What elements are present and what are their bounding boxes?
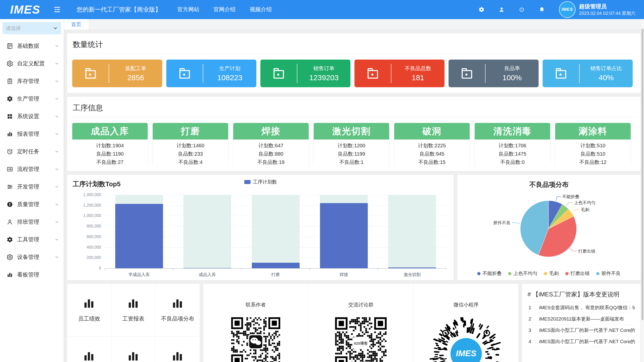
sidebar-item-系统设置[interactable]: 系统设置 bbox=[0, 108, 64, 125]
nav-link-0[interactable]: 官方网站 bbox=[177, 6, 199, 13]
legend-label: 不能折叠 bbox=[482, 270, 502, 277]
top-bar: IMES 您的新一代工厂管家【商业版】 官方网站官网介绍视频介绍 IMES 超级… bbox=[0, 0, 644, 19]
chevron-down-icon bbox=[55, 220, 59, 224]
legend-dot bbox=[596, 272, 599, 275]
sidebar-item-定时任务[interactable]: 定时任务 bbox=[0, 143, 64, 160]
bar-chart-panel: 工序计划数Top5 工序计划数 0200,000400,000600,00080… bbox=[67, 175, 454, 280]
user-block: 超级管理员 2023.02.04 02:07:44 星期六 bbox=[579, 3, 635, 16]
gear-outline-icon bbox=[7, 60, 13, 67]
chevron-down-icon bbox=[55, 97, 59, 101]
stat-card-生产计划[interactable]: 生产计划108223 bbox=[166, 60, 256, 87]
pie-legend-item-胶件不良[interactable]: 胶件不良 bbox=[596, 270, 621, 277]
pie-legend-item-毛刺[interactable]: 毛刺 bbox=[544, 270, 559, 277]
sidebar-item-看板管理[interactable]: 看板管理 bbox=[0, 266, 64, 284]
pie-leader-line bbox=[570, 248, 577, 251]
stat-label: 不良品总数 bbox=[391, 65, 445, 72]
menu-collapse-icon[interactable] bbox=[53, 6, 61, 13]
pie-legend-item-不能折叠[interactable]: 不能折叠 bbox=[477, 270, 502, 277]
legend-label: 工序计划数 bbox=[253, 179, 277, 185]
x-axis-label: 成品入库 bbox=[173, 272, 241, 278]
avatar[interactable]: IMES bbox=[559, 1, 576, 18]
report-shortcut-生产报表[interactable]: 生产报表 bbox=[111, 337, 156, 362]
process-card-成品入库: 成品入库计划数:1904良品数:1190不良品数:27 bbox=[72, 123, 148, 165]
nav-link-2[interactable]: 视频介绍 bbox=[250, 6, 272, 13]
y-axis-tick: 1,400,000 bbox=[70, 193, 101, 197]
process-stats: 计划数:1200良品数:1199不良品数:1 bbox=[314, 140, 389, 165]
process-title: 工序信息 bbox=[72, 101, 635, 117]
page-scrollbar[interactable] bbox=[641, 19, 644, 362]
qr-title: 交流讨论群 bbox=[308, 301, 413, 308]
sidebar-item-排班管理[interactable]: 排班管理 bbox=[0, 213, 64, 231]
folder-icon bbox=[449, 66, 485, 81]
bar-background-band bbox=[183, 195, 231, 268]
stat-value: 40% bbox=[580, 73, 633, 82]
changelog-num: 2 bbox=[528, 316, 539, 322]
chevron-down-icon bbox=[55, 132, 59, 136]
tab-home[interactable]: 首页 bbox=[64, 19, 89, 30]
sidebar-item-流程管理[interactable]: 流程管理 bbox=[0, 160, 64, 178]
sidebar-item-工具管理[interactable]: 工具管理 bbox=[0, 231, 64, 248]
bar-chart-legend[interactable]: 工序计划数 bbox=[244, 179, 277, 185]
report-shortcut-不良品项分布[interactable]: 不良品项分布 bbox=[155, 284, 200, 337]
chevron-down-icon bbox=[55, 79, 59, 83]
qr-code-1: 625博客 bbox=[308, 317, 413, 362]
pie-legend-item-打磨出错[interactable]: 打磨出错 bbox=[565, 270, 590, 277]
report-label: 工资报表 bbox=[122, 315, 144, 323]
svg-text:IMES: IMES bbox=[456, 349, 476, 358]
gear-solid-icon bbox=[7, 96, 13, 102]
sidebar-item-label: 系统设置 bbox=[17, 113, 55, 120]
grid-icon bbox=[7, 113, 13, 120]
gear-icon[interactable] bbox=[478, 7, 485, 13]
scrollbar-thumb[interactable] bbox=[641, 29, 643, 320]
y-axis-tick: 200,000 bbox=[70, 255, 101, 260]
sidebar-item-label: 自定义配置 bbox=[17, 60, 55, 67]
sidebar-item-库存管理[interactable]: 库存管理 bbox=[0, 72, 64, 90]
stats-panel: 数量统计 装配工单2856生产计划108223销售订单1239203不良品总数1… bbox=[67, 33, 640, 93]
nav-link-1[interactable]: 官网介绍 bbox=[213, 6, 235, 13]
report-shortcut-员工绩效[interactable]: 员工绩效 bbox=[67, 284, 111, 337]
user-icon[interactable] bbox=[499, 7, 505, 13]
legend-swatch bbox=[244, 180, 251, 184]
bar-slot bbox=[105, 195, 173, 268]
y-axis-tick: 0 bbox=[70, 266, 101, 270]
process-card-焊接: 焊接计划数:647良品数:880不良品数:19 bbox=[233, 123, 309, 165]
sidebar-item-自定义配置[interactable]: 自定义配置 bbox=[0, 55, 64, 72]
report-shortcut-工资报表[interactable]: 工资报表 bbox=[111, 284, 156, 337]
stat-value: 181 bbox=[391, 73, 445, 82]
x-axis-label: 打磨 bbox=[242, 272, 310, 278]
stat-value: 108223 bbox=[203, 73, 256, 82]
pie-leader-line bbox=[556, 197, 561, 201]
process-name: 清洗消毒 bbox=[475, 123, 550, 140]
stat-card-销售订单占比[interactable]: 销售订单占比40% bbox=[543, 60, 633, 87]
sidebar-item-生产管理[interactable]: 生产管理 bbox=[0, 90, 64, 108]
report-shortcut-不良品项汇总[interactable]: 不良品项汇总 bbox=[67, 337, 111, 362]
qr-code-2: IMESS bbox=[414, 317, 518, 362]
folder-icon bbox=[166, 66, 203, 81]
alarm-clock-icon bbox=[7, 148, 13, 155]
process-card-打磨: 打磨计划数:1460良品数:233不良品数:4 bbox=[153, 123, 228, 165]
changelog-text: iMES面向小型工厂的新一代基于.NET Core的MES系统__移动端 bbox=[539, 327, 635, 334]
report-shortcut-产量统计[interactable]: 产量统计 bbox=[155, 337, 200, 362]
header-nav: 官方网站官网介绍视频介绍 bbox=[177, 6, 272, 13]
pie-legend-item-上色不均匀[interactable]: 上色不均匀 bbox=[508, 270, 537, 277]
sidebar-item-报表管理[interactable]: 报表管理 bbox=[0, 125, 64, 143]
sidebar-select[interactable]: 请选择 bbox=[3, 22, 61, 34]
stat-card-销售订单[interactable]: 销售订单1239203 bbox=[260, 60, 350, 87]
sidebar-item-基础数据[interactable]: 基础数据 bbox=[0, 37, 64, 55]
process-name: 成品入库 bbox=[72, 123, 148, 140]
stat-card-不良品总数[interactable]: 不良品总数181 bbox=[354, 60, 445, 87]
y-axis-tick: 1,000,000 bbox=[70, 213, 101, 218]
sidebar-item-设备管理[interactable]: 设备管理 bbox=[0, 248, 64, 266]
stat-card-良品率[interactable]: 良品率100% bbox=[449, 60, 539, 87]
sidebar-select-placeholder: 请选择 bbox=[6, 25, 53, 32]
power-icon[interactable] bbox=[519, 7, 525, 13]
bell-icon[interactable] bbox=[539, 7, 545, 13]
sidebar-item-开发管理[interactable]: 开发管理 bbox=[0, 178, 64, 196]
folder-icon bbox=[72, 66, 109, 81]
bar-chart-icon bbox=[172, 351, 183, 362]
user-name: 超级管理员 bbox=[579, 3, 635, 10]
sidebar-item-质量管理[interactable]: 质量管理 bbox=[0, 196, 64, 213]
sidebar-item-label: 排班管理 bbox=[17, 218, 55, 226]
stat-card-装配工单[interactable]: 装配工单2856 bbox=[72, 60, 162, 87]
qr-code-0 bbox=[203, 317, 308, 362]
